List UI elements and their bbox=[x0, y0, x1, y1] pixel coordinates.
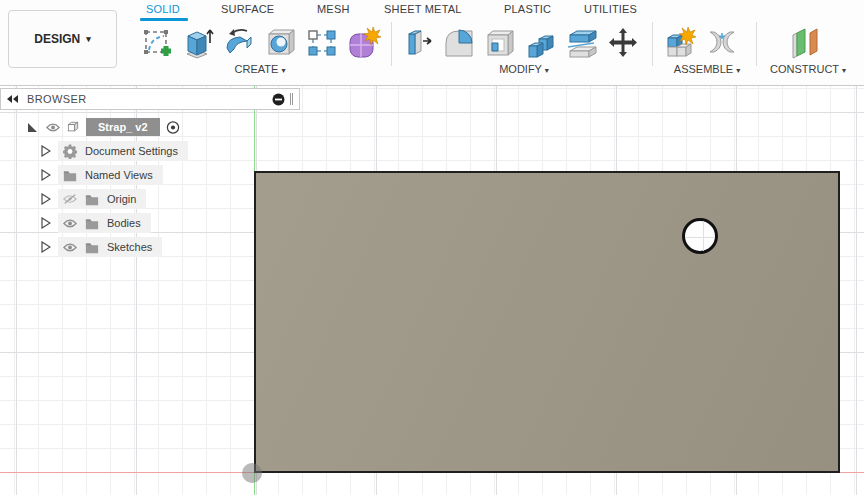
hole-icon[interactable] bbox=[261, 23, 301, 63]
shell-icon[interactable] bbox=[480, 23, 520, 63]
chevron-down-icon: ▾ bbox=[842, 66, 846, 75]
create-sketch-icon[interactable] bbox=[138, 23, 178, 63]
tree-item-label[interactable]: Bodies bbox=[107, 217, 141, 229]
tree-item-label[interactable]: Sketches bbox=[107, 241, 152, 253]
tree-item-label[interactable]: Origin bbox=[107, 193, 136, 205]
construct-group-label[interactable]: CONSTRUCT ▾ bbox=[760, 63, 856, 75]
chevron-down-icon: ▾ bbox=[281, 66, 285, 75]
folder-icon bbox=[85, 240, 99, 254]
browser-header: BROWSER bbox=[0, 88, 300, 110]
visibility-eye-icon[interactable] bbox=[63, 216, 77, 230]
origin-point[interactable] bbox=[242, 463, 262, 483]
tree-row-document-settings[interactable]: Document Settings bbox=[0, 139, 300, 163]
root-component-label[interactable]: Strap_ v2 bbox=[86, 118, 160, 136]
tree-row-named-views[interactable]: Named Views bbox=[0, 163, 300, 187]
expand-arrow-icon[interactable] bbox=[38, 192, 52, 206]
construction-plane-icon[interactable] bbox=[786, 23, 826, 63]
folder-icon bbox=[85, 192, 99, 206]
chevron-down-icon: ▾ bbox=[736, 66, 740, 75]
tab-plastic[interactable]: PLASTIC bbox=[504, 3, 551, 15]
expand-arrow-icon[interactable] bbox=[38, 144, 52, 158]
fusion-window: DESIGN ▾ SOLID SURFACE MESH SHEET METAL … bbox=[0, 0, 864, 495]
activate-component-radio[interactable] bbox=[166, 120, 180, 134]
collapse-expanded-icon[interactable] bbox=[26, 120, 40, 134]
rectangular-pattern-icon[interactable] bbox=[302, 23, 342, 63]
collapse-panel-icon[interactable] bbox=[7, 94, 19, 104]
browser-title: BROWSER bbox=[27, 93, 272, 105]
tree-row-sketches[interactable]: Sketches bbox=[0, 235, 300, 259]
joint-icon[interactable] bbox=[702, 23, 742, 63]
chevron-down-icon: ▾ bbox=[86, 34, 91, 44]
tab-surface[interactable]: SURFACE bbox=[221, 3, 274, 15]
toolbar-separator bbox=[756, 22, 757, 66]
folder-icon bbox=[85, 216, 99, 230]
extrude-icon[interactable] bbox=[179, 23, 219, 63]
move-copy-icon[interactable] bbox=[603, 23, 643, 63]
tree-row-bodies[interactable]: Bodies bbox=[0, 211, 300, 235]
expand-arrow-icon[interactable] bbox=[38, 240, 52, 254]
gear-icon bbox=[63, 144, 77, 158]
workspace-label: DESIGN bbox=[34, 32, 80, 46]
chevron-down-icon: ▾ bbox=[545, 66, 549, 75]
browser-panel: BROWSER Strap_ v2 bbox=[0, 88, 300, 110]
toolbar-separator bbox=[652, 22, 653, 66]
component-cube-icon bbox=[66, 120, 80, 134]
fillet-icon[interactable] bbox=[439, 23, 479, 63]
tree-item-label[interactable]: Document Settings bbox=[85, 145, 178, 157]
tree-row-origin[interactable]: Origin bbox=[0, 187, 300, 211]
combine-icon[interactable] bbox=[521, 23, 561, 63]
toolbar-separator bbox=[391, 22, 392, 66]
strap-hole[interactable] bbox=[682, 218, 718, 254]
assemble-group-label[interactable]: ASSEMBLE ▾ bbox=[662, 63, 752, 75]
revolve-icon[interactable] bbox=[220, 23, 260, 63]
folder-icon bbox=[63, 168, 77, 182]
split-body-icon[interactable] bbox=[562, 23, 602, 63]
create-group-label[interactable]: CREATE ▾ bbox=[222, 63, 298, 75]
active-tab-indicator bbox=[140, 18, 188, 21]
strap-body[interactable] bbox=[254, 171, 840, 473]
tree-item-label[interactable]: Named Views bbox=[85, 169, 153, 181]
browser-tree: Strap_ v2 Document Settings bbox=[0, 115, 300, 259]
top-toolbar: DESIGN ▾ SOLID SURFACE MESH SHEET METAL … bbox=[0, 0, 864, 86]
tab-solid[interactable]: SOLID bbox=[146, 3, 180, 15]
visibility-eye-icon[interactable] bbox=[63, 240, 77, 254]
tree-row-root[interactable]: Strap_ v2 bbox=[0, 115, 300, 139]
form-icon[interactable] bbox=[343, 23, 383, 63]
visibility-eye-icon[interactable] bbox=[46, 120, 60, 134]
expand-arrow-icon[interactable] bbox=[38, 216, 52, 230]
tab-sheet-metal[interactable]: SHEET METAL bbox=[384, 3, 462, 15]
visibility-eye-off-icon[interactable] bbox=[63, 192, 77, 206]
new-component-icon[interactable] bbox=[660, 23, 700, 63]
modify-group-label[interactable]: MODIFY ▾ bbox=[486, 63, 562, 75]
press-pull-icon[interactable] bbox=[398, 23, 438, 63]
panel-grip-icon[interactable] bbox=[290, 93, 293, 105]
minus-circle-icon[interactable] bbox=[272, 93, 285, 106]
tab-mesh[interactable]: MESH bbox=[317, 3, 350, 15]
tab-utilities[interactable]: UTILITIES bbox=[584, 3, 637, 15]
expand-arrow-icon[interactable] bbox=[38, 168, 52, 182]
workspace-switcher-button[interactable]: DESIGN ▾ bbox=[8, 10, 117, 68]
